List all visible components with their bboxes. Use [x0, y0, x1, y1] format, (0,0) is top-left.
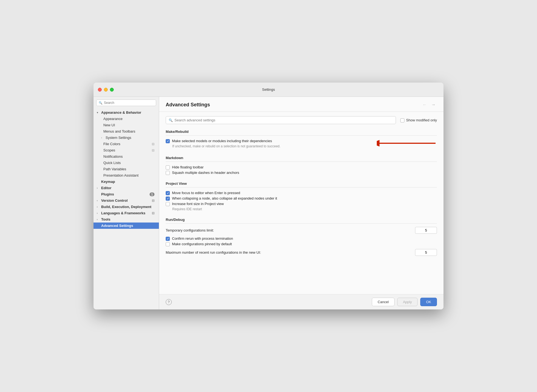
squash-dashes-checkbox[interactable] — [166, 171, 170, 175]
confirm-rerun-label: Confirm rerun with process termination — [172, 236, 437, 241]
chevron-right-icon: › — [97, 206, 100, 208]
footer-left: ? — [166, 299, 172, 305]
chevron-down-icon: ▾ — [97, 111, 100, 114]
sidebar-item-presentation-assistant[interactable]: Presentation Assistant — [94, 172, 159, 179]
sidebar-item-appearance-behavior[interactable]: ▾ Appearance & Behavior — [94, 109, 159, 116]
sidebar-item-advanced-settings[interactable]: Advanced Settings — [94, 223, 159, 229]
sidebar-item-label: Version Control — [101, 198, 128, 203]
forward-button[interactable]: → — [430, 101, 437, 108]
lock-icon: ⊟ — [152, 211, 154, 215]
sidebar-item-label: Editor — [101, 186, 112, 190]
make-selected-models-label: Make selected models or modules includin… — [172, 139, 374, 143]
section-make-rebuild-title: Make/Rebuild — [166, 130, 437, 136]
sidebar-item-path-variables[interactable]: Path Variables — [94, 166, 159, 172]
sidebar-item-appearance[interactable]: Appearance — [94, 116, 159, 122]
sidebar-item-tools[interactable]: › Tools — [94, 216, 159, 223]
sidebar-item-system-settings[interactable]: › System Settings — [94, 134, 159, 141]
sidebar-item-keymap[interactable]: Keymap — [94, 179, 159, 185]
back-button[interactable]: ← — [421, 101, 428, 108]
sidebar-search-input[interactable] — [104, 101, 154, 105]
hide-floating-toolbar-row: Hide floating toolbar — [166, 165, 437, 169]
footer-right: Cancel Apply OK — [372, 298, 437, 306]
lock-icon: ⊟ — [152, 142, 154, 146]
confirm-rerun-row: Confirm rerun with process termination — [166, 236, 437, 241]
make-rebuild-row: Make selected models or modules includin… — [166, 139, 437, 149]
advanced-search-input[interactable] — [174, 118, 393, 122]
sidebar-item-label: Keymap — [101, 180, 115, 184]
squash-dashes-label: Squash multiple dashes in header anchors — [172, 171, 437, 175]
chevron-right-icon: › — [101, 136, 104, 139]
sidebar-item-label: Appearance & Behavior — [101, 110, 141, 115]
collapse-nodes-row: When collapsing a node, also collapse al… — [166, 196, 437, 201]
maximize-button[interactable] — [110, 88, 114, 92]
sidebar-item-label: Plugins — [101, 192, 114, 196]
max-recent-configs-label: Maximum number of recent run configurati… — [166, 250, 261, 254]
pinned-by-default-label: Make configurations pinned by default — [172, 242, 437, 246]
pinned-by-default-row: Make configurations pinned by default — [166, 242, 437, 246]
close-button[interactable] — [98, 88, 102, 92]
section-make-rebuild: Make/Rebuild Make selected models or mod… — [166, 130, 437, 149]
increase-font-size-checkbox[interactable] — [166, 202, 170, 206]
nav-buttons: ← → — [421, 101, 437, 108]
minimize-button[interactable] — [104, 88, 108, 92]
increase-font-size-label: Increase font size in Project view — [172, 202, 437, 206]
chevron-right-icon: › — [97, 187, 100, 189]
ok-button[interactable]: OK — [420, 298, 437, 306]
traffic-lights — [98, 88, 114, 92]
content-search-box[interactable]: 🔍 — [166, 116, 396, 124]
sidebar-item-label: Advanced Settings — [101, 224, 133, 228]
make-selected-models-checkbox[interactable] — [166, 139, 170, 143]
confirm-rerun-checkbox[interactable] — [166, 237, 170, 241]
sidebar-item-menus-toolbars[interactable]: Menus and Toolbars — [94, 128, 159, 134]
sidebar: 🔍 ▾ Appearance & Behavior Appearance New… — [94, 97, 159, 309]
settings-window: Settings 🔍 ▾ Appearance & Behavior Appea… — [94, 83, 443, 309]
lock-icon: ⊟ — [152, 199, 154, 203]
sidebar-item-scopes[interactable]: Scopes ⊟ — [94, 147, 159, 153]
sidebar-item-version-control[interactable]: › Version Control ⊟ — [94, 197, 159, 204]
hide-floating-toolbar-label: Hide floating toolbar — [172, 165, 437, 169]
sidebar-item-file-colors[interactable]: File Colors ⊟ — [94, 141, 159, 147]
temp-config-limit-label: Temporary configurations limit: — [166, 228, 214, 232]
search-icon: 🔍 — [169, 118, 173, 122]
sidebar-search-box[interactable]: 🔍 — [96, 100, 156, 106]
show-modified-checkbox[interactable] — [400, 118, 404, 122]
move-focus-label: Move focus to editor when Enter is press… — [172, 191, 437, 195]
make-selected-models-row: Make selected models or modules includin… — [166, 139, 374, 143]
pinned-by-default-checkbox[interactable] — [166, 242, 170, 246]
move-focus-checkbox[interactable] — [166, 191, 170, 195]
section-project-view-title: Project View — [166, 182, 437, 188]
titlebar: Settings — [94, 83, 443, 97]
sidebar-item-plugins[interactable]: Plugins 1 — [94, 191, 159, 197]
increase-font-size-sub: Requires IDE restart — [172, 207, 437, 211]
show-modified-row: Show modified only — [400, 118, 437, 122]
section-run-debug: Run/Debug Temporary configurations limit… — [166, 218, 437, 256]
search-row: 🔍 Show modified only — [166, 116, 437, 124]
sidebar-item-notifications[interactable]: Notifications — [94, 153, 159, 160]
temp-config-limit-row: Temporary configurations limit: — [166, 227, 437, 234]
collapse-nodes-label: When collapsing a node, also collapse al… — [172, 196, 437, 200]
apply-button[interactable]: Apply — [397, 298, 418, 306]
sidebar-tree: ▾ Appearance & Behavior Appearance New U… — [94, 108, 159, 230]
red-arrow-icon — [377, 139, 437, 147]
temp-config-limit-input[interactable] — [415, 227, 437, 234]
hide-floating-toolbar-checkbox[interactable] — [166, 165, 170, 169]
sidebar-item-build-execution[interactable]: › Build, Execution, Deployment — [94, 204, 159, 210]
chevron-right-icon: › — [97, 199, 100, 202]
max-recent-configs-input[interactable] — [415, 249, 437, 256]
help-button[interactable]: ? — [166, 299, 172, 305]
sidebar-item-quick-lists[interactable]: Quick Lists — [94, 160, 159, 166]
squash-dashes-row: Squash multiple dashes in header anchors — [166, 171, 437, 175]
cancel-button[interactable]: Cancel — [372, 298, 394, 306]
sidebar-item-new-ui[interactable]: New UI — [94, 122, 159, 128]
main-content: 🔍 ▾ Appearance & Behavior Appearance New… — [94, 97, 443, 309]
section-markdown-title: Markdown — [166, 156, 437, 162]
sidebar-item-label: Tools — [101, 217, 110, 221]
show-modified-label: Show modified only — [406, 118, 437, 122]
content-header: Advanced Settings ← → — [159, 97, 443, 112]
move-focus-row: Move focus to editor when Enter is press… — [166, 191, 437, 195]
sidebar-item-label: System Settings — [106, 136, 131, 140]
collapse-nodes-checkbox[interactable] — [166, 197, 170, 201]
sidebar-item-languages-frameworks[interactable]: › Languages & Frameworks ⊟ — [94, 210, 159, 216]
section-project-view: Project View Move focus to editor when E… — [166, 182, 437, 211]
sidebar-item-editor[interactable]: › Editor — [94, 185, 159, 191]
